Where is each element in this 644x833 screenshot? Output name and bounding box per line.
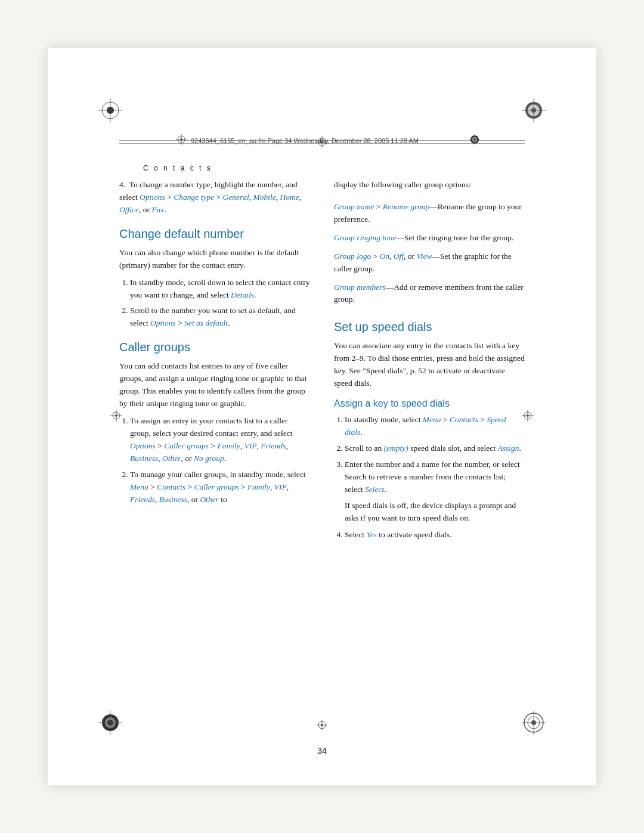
caller-groups-link-2: Caller groups [194,482,239,491]
office-link: Office [119,205,139,214]
change-default-heading: Change default number [119,227,310,241]
reg-mark-bottom-left [98,711,122,735]
group-name-paragraph: Group name > Rename group—Rename the gro… [334,201,525,226]
options-link-1: Options [140,193,165,202]
business-link-2: Business [159,495,187,504]
contacts-link-2: Contacts [450,415,478,424]
item-4-paragraph: 4. To change a number type, highlight th… [119,179,310,216]
page-inner: 9243644_6155_en_au.fm Page 34 Wednesday,… [48,48,596,785]
content-area: 4. To change a number type, highlight th… [119,179,525,714]
options-link-3: Options [130,441,156,450]
mobile-link: Mobile [253,193,275,202]
bottom-center-reg [317,720,327,733]
change-default-item-2: Scroll to the number you want to set as … [130,305,310,330]
change-default-intro: You can also change which phone number i… [119,247,310,272]
vip-link-1: VIP [244,441,256,450]
contacts-link-1: Contacts [157,482,185,491]
caller-groups-heading: Caller groups [119,340,310,354]
item-4-text: 4. To change a number type, highlight th… [119,179,310,216]
group-logo-paragraph: Group logo > On, Off, or View—Set the gr… [334,250,525,275]
home-link: Home [280,193,299,202]
header-cross-left [176,134,187,147]
two-column-layout: 4. To change a number type, highlight th… [119,179,525,546]
speed-dials-intro: You can associate any entry in the conta… [334,340,525,390]
caller-groups-list: To assign an entry in your contacts list… [130,415,310,506]
right-column: display the following caller group optio… [334,179,525,546]
speed-dials-note: If speed dials is off, the device displa… [345,500,525,525]
empty-link: (empty) [384,444,408,453]
select-link: Select [365,485,384,494]
fax-link: Fax [151,205,164,214]
details-link: Details [231,290,254,299]
display-options-text: display the following caller group optio… [334,179,525,191]
group-ringing-link: Group ringing tone [334,233,397,242]
general-link: General [222,193,249,202]
speed-dials-item-1: In standby mode, select Menu > Contacts … [345,414,525,439]
speed-dials-item-2: Scroll to an (empty) speed dials slot, a… [345,442,525,455]
group-logo-off-link: Off [394,252,404,261]
other-link-1: Other [162,454,181,463]
vip-link-2: VIP [274,482,287,491]
change-type-link: Change type [174,193,214,202]
friends-link-1: Friends [261,441,286,450]
options-link-2: Options [150,318,176,327]
business-link-1: Business [130,454,158,463]
caller-groups-item-1: To assign an entry in your contacts list… [130,415,310,465]
assign-key-heading: Assign a key to speed dials [334,398,525,409]
friends-link-2: Friends [130,495,155,504]
section-label: C o n t a c t s [143,164,212,172]
no-group-link: No group [194,454,224,463]
reg-mark-top-left [98,98,122,122]
menu-link-2: Menu [423,415,441,424]
speed-dials-item-3: Enter the number and a name for the numb… [345,459,525,525]
change-default-list: In standby mode, scroll down to select t… [130,277,310,330]
speed-dials-heading: Set up speed dials [334,320,525,334]
file-info: 9243644_6155_en_au.fm Page 34 Wednesday,… [191,137,419,144]
speed-dials-item-4: Select Yes to activate speed dials. [345,529,525,541]
page-number: 34 [317,746,327,755]
rename-group-link: Rename group [383,202,430,211]
group-logo-view-link: View [416,252,432,261]
reg-mark-top-right [522,98,546,122]
group-members-paragraph: Group members—Add or remove members from… [334,281,525,306]
speed-dials-list: In standby mode, select Menu > Contacts … [345,414,525,541]
menu-link-1: Menu [130,482,148,491]
caller-groups-link: Caller groups [164,441,209,450]
family-link-2: Family [247,482,270,491]
yes-link: Yes [366,530,377,539]
left-column: 4. To change a number type, highlight th… [119,179,310,546]
set-as-default-link: Set as default [184,318,228,327]
group-logo-link: Group logo [334,252,371,261]
other-link-2: Other [200,495,219,504]
group-name-link: Group name [334,202,374,211]
page-container: 9243644_6155_en_au.fm Page 34 Wednesday,… [0,0,644,833]
change-default-item-1: In standby mode, scroll down to select t… [130,277,310,302]
group-ringing-paragraph: Group ringing tone—Set the ringing tone … [334,232,525,244]
group-logo-on-link: On [380,252,390,261]
caller-groups-intro: You can add contacts list entries to any… [119,360,310,410]
header-cross-right [469,134,480,147]
group-members-link: Group members [334,283,386,292]
assign-link: Assign [497,444,519,453]
reg-mark-bottom-right [522,711,546,735]
family-link-1: Family [217,441,240,450]
caller-groups-item-2: To manage your caller groups, in standby… [130,469,310,506]
